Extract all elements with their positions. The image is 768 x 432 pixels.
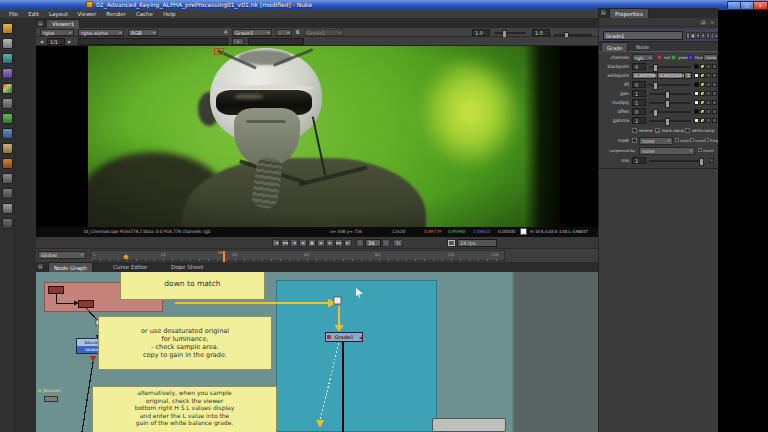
panel-menu-icon[interactable]: ▤ (38, 263, 43, 269)
toolbar-other-icon[interactable] (2, 218, 13, 229)
step-back-button[interactable]: ◀| (299, 239, 307, 247)
toolbar-filter-icon[interactable] (2, 98, 13, 109)
slider-toggle-icon[interactable] (706, 82, 711, 87)
offset-field[interactable]: 0 (632, 108, 646, 115)
alpha-select[interactable]: rgba.alpha▾ (78, 29, 124, 36)
play-backward-button[interactable]: ◀ (290, 239, 298, 247)
fringe-checkbox[interactable] (705, 138, 709, 142)
frame-range-mode-select[interactable]: Global▾ (38, 251, 86, 259)
whitepoint-g-field[interactable]: 0.94011028 (657, 72, 683, 79)
animation-menu-icon[interactable] (712, 64, 717, 69)
mix-field[interactable]: 1 (632, 157, 646, 164)
gain-slider[interactable] (649, 93, 691, 95)
stickynote-middle[interactable]: or use desaturated original for luminanc… (98, 316, 272, 370)
blackpoint-field[interactable]: 0 (632, 63, 646, 70)
toolbar-merge-icon[interactable] (2, 128, 13, 139)
animation-menu-icon[interactable] (712, 91, 717, 96)
toolbar-transform-icon[interactable] (2, 143, 13, 154)
slider-toggle-icon[interactable] (706, 109, 711, 114)
color-swatch[interactable] (694, 100, 699, 105)
frame-increment-button[interactable]: » (382, 239, 390, 247)
node-grade1[interactable]: Grade1 (325, 332, 363, 342)
animation-menu-icon[interactable] (709, 158, 714, 163)
lift-slider[interactable] (649, 84, 691, 86)
red-checkbox[interactable] (657, 55, 662, 60)
multiply-field[interactable]: 1 (632, 99, 646, 106)
minimize-button[interactable]: – (727, 1, 741, 10)
tab-curve-editor[interactable]: Curve Editor (108, 262, 152, 272)
navigator-panel[interactable]: ▸ ▪ (432, 418, 506, 432)
color-swatch[interactable] (694, 109, 699, 114)
color-wheel-icon[interactable] (700, 73, 705, 78)
toolbar-particles-icon[interactable] (2, 173, 13, 184)
display-select[interactable]: RGB▾ (128, 29, 158, 36)
next-keyframe-button[interactable]: ▶▶ (335, 239, 343, 247)
node-color-chip[interactable] (686, 32, 690, 39)
float-panel-button[interactable]: ▢ (711, 32, 714, 39)
gain-field[interactable]: 1 (632, 90, 646, 97)
color-swatch[interactable] (694, 64, 699, 69)
toolbar-channel-icon[interactable] (2, 68, 13, 79)
blackpoint-slider[interactable] (649, 66, 691, 68)
mask-channel-select[interactable]: none▾ (639, 137, 673, 145)
color-wheel-icon[interactable] (700, 64, 705, 69)
toolbar-draw-icon[interactable] (2, 38, 13, 49)
stickynote-top[interactable]: down to match (120, 272, 265, 300)
step-forward-button[interactable]: |▶ (317, 239, 325, 247)
green-checkbox[interactable] (671, 55, 676, 60)
tab-node-graph[interactable]: Node Graph (48, 262, 93, 272)
invert-checkbox[interactable] (690, 138, 694, 142)
close-button[interactable]: × (753, 1, 768, 10)
color-swatch[interactable] (694, 118, 699, 123)
viewer-gain-field[interactable]: 1.0 (472, 29, 490, 36)
proxy-next-icon[interactable]: ▶ (68, 39, 71, 44)
toolbar-keyer-icon[interactable] (2, 113, 13, 124)
menu-render[interactable]: Render (101, 10, 131, 18)
go-end-button[interactable]: ▶| (344, 239, 352, 247)
channels-select[interactable]: rgb▾ (632, 54, 654, 61)
maximize-button[interactable]: ▢ (740, 1, 754, 10)
viewer-input-field[interactable] (78, 38, 228, 45)
slider-toggle-icon[interactable] (706, 73, 711, 78)
go-start-button[interactable]: |◀ (272, 239, 280, 247)
help-button[interactable]: ? (706, 32, 710, 39)
white-clamp-checkbox[interactable] (685, 128, 690, 133)
slider-toggle-icon[interactable] (706, 118, 711, 123)
viewer-mode-select[interactable]: ▾ (232, 38, 244, 45)
menu-viewer[interactable]: Viewer (73, 10, 102, 18)
tab-viewer1[interactable]: Viewer1 (46, 19, 80, 28)
node-balance-small[interactable] (44, 396, 58, 402)
nodegraph-canvas[interactable]: Saturation2 luminance bt_Balance2 Grade1… (36, 272, 598, 432)
color-sample-box[interactable] (214, 48, 224, 55)
current-frame-field[interactable]: 34 (365, 239, 381, 247)
gamma-slider[interactable] (649, 120, 691, 122)
redo-button[interactable]: ↪ (701, 32, 705, 39)
tab-grade[interactable]: Grade (601, 42, 628, 52)
unpremult-select[interactable]: none▾ (639, 147, 695, 155)
undo-button[interactable]: ↩ (696, 32, 700, 39)
input-a-select[interactable]: Grade1▾ (232, 29, 272, 36)
color-swatch[interactable] (694, 82, 699, 87)
animation-menu-icon[interactable] (712, 82, 717, 87)
whitepoint-r-field[interactable]: 0.3057296 (632, 72, 656, 79)
fps-field[interactable]: 24 fps (457, 239, 497, 247)
tab-properties[interactable]: Properties (609, 8, 649, 18)
channels-extra-select[interactable]: none (703, 54, 718, 61)
multiply-slider[interactable] (649, 102, 691, 104)
pin-panel-icon[interactable]: ▤ (701, 19, 706, 25)
panel-menu-icon[interactable]: ▤ (601, 9, 606, 15)
viewer-roi-field[interactable] (248, 38, 304, 45)
node-read-small[interactable] (48, 286, 64, 294)
viewer-gain-slider[interactable] (494, 32, 526, 34)
proxy-prev-icon[interactable]: ◀ (40, 39, 43, 44)
stickynote-bottom[interactable]: alternatively, when you sample original,… (92, 386, 277, 432)
toolbar-views-icon[interactable] (2, 203, 13, 214)
copy-values-button[interactable]: ▣ (691, 32, 695, 39)
tab-node[interactable]: Node (631, 42, 654, 52)
input-b-select[interactable]: Grade1▾ (304, 29, 344, 36)
color-wheel-icon[interactable] (700, 109, 705, 114)
animation-menu-icon[interactable] (712, 118, 717, 123)
color-swatch[interactable] (694, 73, 699, 78)
stop-button[interactable]: ■ (308, 239, 316, 247)
playhead[interactable] (223, 251, 225, 262)
